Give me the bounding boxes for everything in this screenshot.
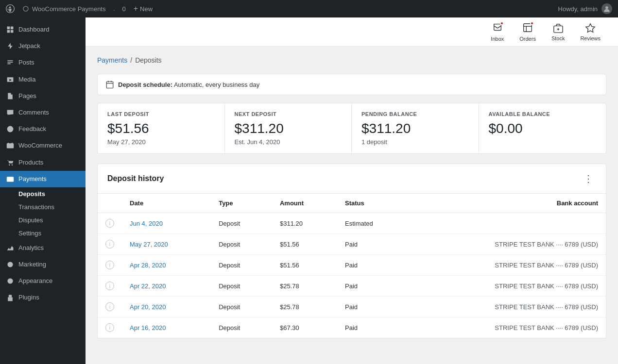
row-info-icon[interactable]: i <box>105 302 114 311</box>
stat-available-label: AVAILABLE BALANCE <box>489 111 597 117</box>
svg-point-9 <box>8 143 9 144</box>
row-status: Paid <box>337 234 409 255</box>
stat-next-deposit-label: NEXT DEPOSIT <box>235 111 342 117</box>
sidebar-sub-deposits[interactable]: Deposits <box>0 187 86 200</box>
sidebar-sub-transactions[interactable]: Transactions <box>0 200 86 214</box>
sidebar-item-feedback[interactable]: Feedback <box>0 121 86 137</box>
woocommerce-icon <box>6 141 15 150</box>
sidebar-item-comments[interactable]: Comments <box>0 104 86 121</box>
appearance-icon <box>6 277 15 285</box>
svg-rect-16 <box>9 295 12 297</box>
row-info-icon[interactable]: i <box>105 240 114 248</box>
row-type: Deposit <box>211 234 272 255</box>
jetpack-icon <box>6 42 15 50</box>
site-name[interactable]: WooCommerce Payments <box>22 5 105 13</box>
wp-logo[interactable] <box>6 4 15 13</box>
svg-rect-14 <box>7 180 9 181</box>
svg-point-10 <box>12 143 13 144</box>
sidebar-item-media[interactable]: Media <box>0 71 86 88</box>
col-header-type: Type <box>211 194 272 213</box>
stat-next-deposit-value: $311.20 <box>235 121 342 136</box>
svg-rect-4 <box>11 30 14 33</box>
sidebar-item-appearance[interactable]: Appearance <box>0 273 86 289</box>
sidebar-item-dashboard[interactable]: Dashboard <box>0 21 86 38</box>
table-row: i Apr 16, 2020 Deposit $67.30 Paid STRIP… <box>98 317 606 338</box>
comments-bubble[interactable]: 0 <box>113 5 125 13</box>
row-status: Paid <box>337 255 409 276</box>
sidebar-item-woocommerce[interactable]: WooCommerce <box>0 137 86 154</box>
reviews-button[interactable]: Reviews <box>574 19 606 45</box>
row-amount: $51.56 <box>272 255 337 276</box>
row-amount: $25.78 <box>272 276 337 297</box>
deposit-history-more-button[interactable]: ⋮ <box>581 172 596 185</box>
svg-marker-21 <box>586 23 595 32</box>
row-type: Deposit <box>211 276 272 297</box>
sidebar-sub-settings[interactable]: Settings <box>0 227 86 240</box>
sidebar-item-posts[interactable]: Posts <box>0 54 86 71</box>
row-date-link[interactable]: Apr 20, 2020 <box>130 303 166 311</box>
breadcrumb: Payments / Deposits <box>97 56 606 64</box>
analytics-icon <box>6 244 15 252</box>
user-info[interactable]: Howdy, admin <box>558 3 612 14</box>
inbox-button[interactable]: Inbox <box>485 18 510 46</box>
row-date-link[interactable]: Apr 28, 2020 <box>130 262 166 269</box>
pages-icon <box>6 92 15 100</box>
col-header-bank: Bank account <box>410 194 606 213</box>
plugins-icon <box>6 294 15 302</box>
breadcrumb-separator: / <box>130 56 132 64</box>
row-amount: $51.56 <box>272 234 337 255</box>
stat-pending-sub: 1 deposit <box>361 138 469 146</box>
row-info-icon[interactable]: i <box>105 219 114 228</box>
row-info-icon[interactable]: i <box>105 323 114 332</box>
sidebar: Dashboard Jetpack Posts Media <box>0 17 86 364</box>
stock-button[interactable]: Stock <box>546 19 571 45</box>
sidebar-item-payments[interactable]: Payments <box>0 171 86 187</box>
row-date-link[interactable]: Apr 16, 2020 <box>130 324 166 331</box>
stat-next-deposit-sub: Est. Jun 4, 2020 <box>235 138 342 146</box>
breadcrumb-parent[interactable]: Payments <box>97 56 127 64</box>
table-row: i May 27, 2020 Deposit $51.56 Paid STRIP… <box>98 234 606 255</box>
stat-available-balance: AVAILABLE BALANCE $0.00 <box>479 103 606 153</box>
row-bank: STRIPE TEST BANK ···· 6789 (USD) <box>410 255 606 276</box>
deposit-history-title: Deposit history <box>107 174 164 183</box>
row-type: Deposit <box>211 297 272 317</box>
top-header: Inbox Orders Stock Reviews <box>86 17 618 47</box>
row-status: Paid <box>337 317 409 338</box>
row-date-link[interactable]: Jun 4, 2020 <box>130 220 163 227</box>
svg-rect-1 <box>7 27 10 30</box>
stats-grid: LAST DEPOSIT $51.56 May 27, 2020 NEXT DE… <box>97 103 606 154</box>
sidebar-item-analytics[interactable]: Analytics <box>0 240 86 256</box>
payments-icon <box>6 175 15 183</box>
sidebar-item-pages[interactable]: Pages <box>0 88 86 104</box>
row-bank: STRIPE TEST BANK ···· 6789 (USD) <box>410 276 606 297</box>
svg-rect-13 <box>7 177 14 182</box>
new-content-button[interactable]: + New <box>134 4 153 13</box>
row-info-icon[interactable]: i <box>105 281 114 290</box>
stat-next-deposit: NEXT DEPOSIT $311.20 Est. Jun 4, 2020 <box>225 103 352 153</box>
stat-last-deposit-sub: May 27, 2020 <box>107 138 215 146</box>
deposit-schedule-label: Deposit schedule: <box>118 81 172 88</box>
feedback-icon <box>6 125 15 133</box>
comments-icon <box>6 108 15 117</box>
svg-rect-8 <box>7 144 14 149</box>
row-info-icon[interactable]: i <box>105 261 114 269</box>
sidebar-item-jetpack[interactable]: Jetpack <box>0 38 86 54</box>
row-date-link[interactable]: Apr 22, 2020 <box>130 282 166 290</box>
sidebar-item-plugins[interactable]: Plugins <box>0 289 86 306</box>
sidebar-sub-disputes[interactable]: Disputes <box>0 214 86 227</box>
col-header-date[interactable]: Date <box>122 194 211 213</box>
calendar-icon <box>105 80 114 89</box>
row-amount: $67.30 <box>272 317 337 338</box>
row-bank: STRIPE TEST BANK ···· 6789 (USD) <box>410 317 606 338</box>
sidebar-item-marketing[interactable]: Marketing <box>0 256 86 273</box>
row-date-link[interactable]: May 27, 2020 <box>130 241 168 248</box>
col-header-amount: Amount <box>272 194 337 213</box>
sidebar-item-products[interactable]: Products <box>0 154 86 171</box>
deposit-schedule-value: Automatic, every business day <box>174 81 259 88</box>
orders-button[interactable]: Orders <box>514 18 542 46</box>
row-type: Deposit <box>211 317 272 338</box>
dashboard-icon <box>6 25 15 34</box>
col-header-status: Status <box>337 194 409 213</box>
stat-pending-value: $311.20 <box>361 121 469 136</box>
svg-point-0 <box>605 6 608 9</box>
